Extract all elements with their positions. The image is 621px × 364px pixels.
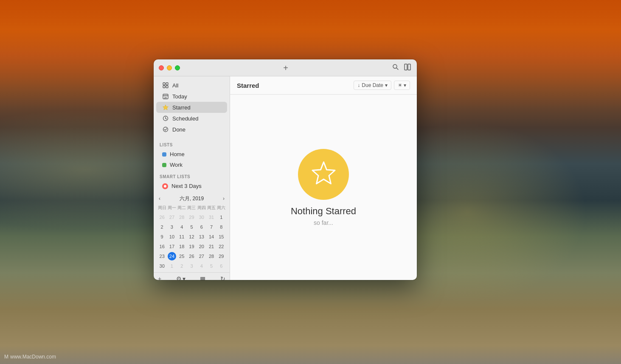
calendar-days-header: 周日 周一 周二 周三 周四 周五 周六 <box>157 204 226 212</box>
cal-day-thu: 周四 <box>197 204 206 212</box>
cal-day-sun: 周日 <box>157 204 167 212</box>
cal-cell[interactable]: 12 <box>187 232 196 241</box>
cal-cell[interactable]: 30 <box>158 262 166 270</box>
filter-dropdown-icon: ▾ <box>404 82 406 88</box>
title-bar-right <box>391 63 412 73</box>
cal-cell[interactable]: 4 <box>197 262 206 270</box>
maximize-button[interactable] <box>175 65 180 70</box>
cal-cell[interactable]: 14 <box>207 232 216 241</box>
cal-cell[interactable]: 31 <box>207 213 216 221</box>
cal-cell[interactable]: 1 <box>217 213 225 221</box>
sort-button[interactable]: ↓ Due Date ▾ <box>354 81 391 90</box>
sidebar-item-next3days[interactable]: Next 3 Days <box>156 181 227 191</box>
sun-icon: ☀ <box>398 82 402 88</box>
cal-cell[interactable]: 28 <box>207 252 216 260</box>
settings-dropdown-arrow: ▾ <box>183 275 185 280</box>
cal-cell[interactable]: 27 <box>197 252 206 260</box>
sidebar-item-scheduled[interactable]: Scheduled <box>156 113 227 124</box>
cal-cell[interactable]: 7 <box>207 223 216 231</box>
cal-cell[interactable]: 25 <box>177 252 186 260</box>
cal-cell[interactable]: 10 <box>168 232 176 241</box>
sort-arrow-icon: ↓ <box>357 82 360 88</box>
calendar-week-1: 26 27 28 29 30 31 1 <box>157 213 226 222</box>
cal-cell[interactable]: 15 <box>217 232 225 241</box>
sort-dropdown-icon: ▾ <box>385 82 388 88</box>
sidebar-item-today-label: Today <box>172 93 187 100</box>
cal-cell[interactable]: 13 <box>197 232 206 241</box>
empty-state: Nothing Starred so far... <box>230 95 417 280</box>
cal-cell[interactable]: 3 <box>168 223 176 231</box>
cal-cell[interactable]: 23 <box>158 252 166 260</box>
filter-button[interactable]: ☀ ▾ <box>394 81 410 90</box>
cal-cell[interactable]: 2 <box>158 223 166 231</box>
svg-line-14 <box>166 118 167 119</box>
home-list-dot <box>162 152 166 157</box>
cal-cell[interactable]: 26 <box>158 213 166 221</box>
sidebar-item-work[interactable]: Work <box>156 160 227 170</box>
cal-cell[interactable]: 3 <box>187 262 196 270</box>
smart-lists-section-label: SMART LISTS <box>154 170 230 181</box>
app-content: All 24 Today <box>154 76 417 280</box>
cal-cell[interactable]: 30 <box>197 213 206 221</box>
add-task-button[interactable]: + <box>283 64 288 72</box>
cal-cell[interactable]: 22 <box>217 242 225 251</box>
settings-button[interactable]: ⚙ ▾ <box>176 275 185 280</box>
calendar-prev-button[interactable]: ‹ <box>157 195 162 202</box>
add-list-button[interactable]: + <box>158 275 161 280</box>
calendar-grid: 周日 周一 周二 周三 周四 周五 周六 26 27 28 29 <box>154 204 230 271</box>
cal-cell[interactable]: 17 <box>168 242 176 251</box>
cal-cell[interactable]: 6 <box>217 262 225 270</box>
calendar-next-button[interactable]: › <box>221 195 226 202</box>
cal-day-fri: 周五 <box>206 204 216 212</box>
cal-cell[interactable]: 4 <box>177 223 186 231</box>
sidebar-item-done[interactable]: Done <box>156 124 227 135</box>
cal-cell[interactable]: 16 <box>158 242 166 251</box>
cal-cell[interactable]: 2 <box>177 262 186 270</box>
sidebar-item-home[interactable]: Home <box>156 149 227 160</box>
grid-icon <box>162 82 169 89</box>
cal-cell-today[interactable]: 24 <box>168 252 176 260</box>
cal-cell[interactable]: 21 <box>207 242 216 251</box>
star-icon <box>162 104 169 111</box>
cal-cell[interactable]: 18 <box>177 242 186 251</box>
sidebar-item-starred[interactable]: Starred <box>156 102 227 113</box>
svg-point-15 <box>163 127 168 132</box>
sidebar-item-starred-label: Starred <box>172 104 191 111</box>
cal-cell[interactable]: 11 <box>177 232 186 241</box>
sidebar-item-today[interactable]: 24 Today <box>156 91 227 102</box>
cal-cell[interactable]: 8 <box>217 223 225 231</box>
cal-cell[interactable]: 20 <box>197 242 206 251</box>
cal-day-sat: 周六 <box>216 204 226 212</box>
sidebar-item-all[interactable]: All <box>156 80 227 91</box>
search-button[interactable] <box>391 63 400 73</box>
calendar-today-icon: 24 <box>162 93 169 100</box>
svg-rect-5 <box>166 83 168 85</box>
cal-cell[interactable]: 28 <box>177 213 186 221</box>
cal-cell[interactable]: 1 <box>168 262 176 270</box>
layout-toggle-button[interactable] <box>403 63 412 73</box>
cal-cell[interactable]: 5 <box>207 262 216 270</box>
sidebar-item-work-label: Work <box>170 162 183 168</box>
cal-cell[interactable]: 27 <box>168 213 176 221</box>
svg-rect-6 <box>163 86 165 88</box>
minimize-button[interactable] <box>167 65 172 70</box>
cal-cell[interactable]: 6 <box>197 223 206 231</box>
calendar-area: ‹ 六月, 2019 › 周日 周一 周二 周三 周四 周五 周六 <box>154 191 230 272</box>
svg-marker-17 <box>312 162 335 184</box>
cal-cell[interactable]: 29 <box>217 252 225 260</box>
cal-cell[interactable]: 26 <box>187 252 196 260</box>
calendar-week-2: 2 3 4 5 6 7 8 <box>157 222 226 232</box>
title-bar: + <box>154 59 417 76</box>
cal-cell[interactable]: 5 <box>187 223 196 231</box>
empty-state-subtitle: so far... <box>314 219 333 226</box>
calendar-view-button[interactable]: ▦ <box>200 275 205 280</box>
close-button[interactable] <box>159 65 164 70</box>
cal-cell[interactable]: 9 <box>158 232 166 241</box>
svg-rect-7 <box>166 86 168 88</box>
cal-cell[interactable]: 19 <box>187 242 196 251</box>
calendar-week-6: 30 1 2 3 4 5 6 <box>157 261 226 271</box>
sidebar-nav: All 24 Today <box>154 76 230 138</box>
sync-button[interactable]: ↻ <box>220 275 225 280</box>
cal-cell[interactable]: 29 <box>187 213 196 221</box>
cal-day-tue: 周二 <box>177 204 187 212</box>
